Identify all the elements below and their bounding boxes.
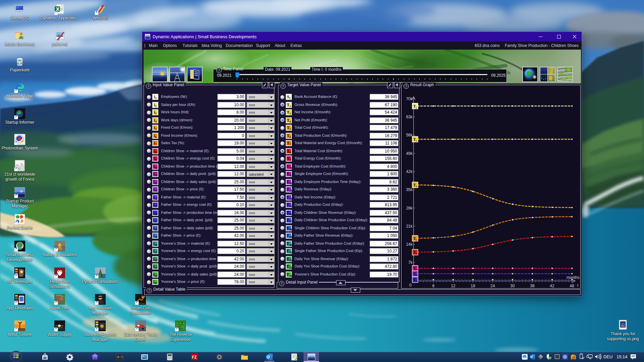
svg-text:21k: 21k <box>406 224 413 229</box>
svg-text:6: 6 <box>416 239 417 242</box>
svg-text:42k: 42k <box>406 169 413 174</box>
svg-text:t: t <box>577 283 578 287</box>
svg-text:36: 36 <box>530 284 535 288</box>
svg-text:6: 6 <box>432 284 435 288</box>
svg-text:C:\: C:\ <box>117 356 123 359</box>
svg-text:35k: 35k <box>406 187 413 192</box>
svg-text:7k: 7k <box>408 260 413 265</box>
svg-text:49k: 49k <box>406 151 413 156</box>
svg-text:42: 42 <box>550 284 554 288</box>
svg-text:63k: 63k <box>406 115 413 119</box>
svg-text:24: 24 <box>490 284 495 288</box>
svg-text:48: 48 <box>570 284 574 288</box>
svg-text:28k: 28k <box>406 206 413 210</box>
svg-text:12: 12 <box>451 284 455 288</box>
svg-text:FZ: FZ <box>192 355 197 360</box>
svg-text:56k: 56k <box>406 133 413 137</box>
svg-text:14: 14 <box>415 274 418 277</box>
svg-text:4: 4 <box>416 185 417 188</box>
svg-text:3: 3 <box>416 139 417 142</box>
svg-text:8: 8 <box>416 252 417 255</box>
svg-text:months: months <box>567 275 580 280</box>
svg-text:16: 16 <box>415 280 418 283</box>
svg-text:30: 30 <box>510 284 515 288</box>
svg-text:0: 0 <box>409 283 412 288</box>
svg-text:70k: 70k <box>406 97 413 101</box>
svg-text:18: 18 <box>471 284 475 288</box>
svg-text:2: 2 <box>416 106 417 109</box>
svg-text:14k: 14k <box>406 242 413 247</box>
